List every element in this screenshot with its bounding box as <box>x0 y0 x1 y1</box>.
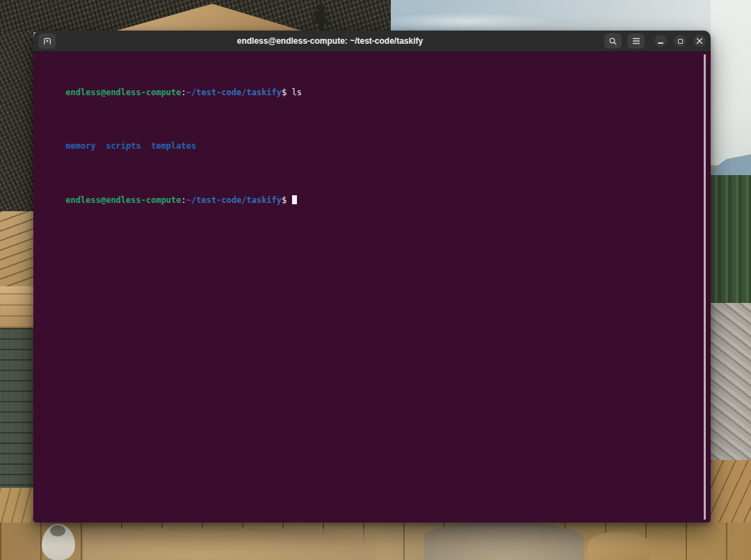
prompt-path: ~/test-code/taskify <box>186 195 282 205</box>
dir-gap <box>141 141 151 151</box>
search-icon <box>608 37 617 46</box>
dir-entry-templates: templates <box>151 141 196 151</box>
dir-entry-scripts: scripts <box>106 141 141 151</box>
maximize-button[interactable] <box>674 35 686 47</box>
new-tab-button[interactable] <box>38 33 56 49</box>
close-icon <box>696 38 703 44</box>
background-left-wood-beam <box>0 286 33 328</box>
hamburger-menu-icon <box>632 38 640 44</box>
titlebar-tool-buttons <box>604 33 645 49</box>
prompt-colon: : <box>181 88 186 97</box>
window-title: endless@endless-compute: ~/test-code/tas… <box>61 36 599 46</box>
background-left-twigs <box>0 32 33 211</box>
menu-button[interactable] <box>627 33 645 49</box>
terminal-line-ls-output: memory scripts templates <box>35 131 701 163</box>
dir-entry-memory: memory <box>65 141 95 151</box>
maximize-icon <box>678 39 683 44</box>
minimize-button[interactable] <box>654 35 667 47</box>
new-tab-icon <box>42 36 52 46</box>
titlebar-controls <box>604 33 706 49</box>
prompt-user-host: endless@endless-compute <box>65 88 181 97</box>
close-button[interactable] <box>693 35 706 47</box>
background-left-green-shingles <box>0 328 33 488</box>
prompt-path: ~/test-code/taskify <box>186 88 282 97</box>
terminal-screen[interactable]: endless@endless-compute:~/test-code/task… <box>33 52 711 522</box>
prompt-colon: : <box>181 195 186 205</box>
background-smooth-rock <box>588 532 650 560</box>
search-button[interactable] <box>604 33 622 49</box>
prompt-user-host: endless@endless-compute <box>65 195 181 205</box>
background-sand <box>83 528 376 560</box>
prompt-dollar: $ <box>282 195 291 205</box>
minimize-icon <box>658 42 663 44</box>
background-right-sky <box>711 0 751 165</box>
background-boulder <box>424 522 584 560</box>
terminal-window: endless@endless-compute: ~/test-code/tas… <box>33 31 711 522</box>
terminal-line-active-prompt: endless@endless-compute:~/test-code/task… <box>35 184 701 217</box>
command-text: ls <box>292 88 302 97</box>
dir-gap <box>96 141 106 151</box>
background-right-forest <box>711 175 751 303</box>
terminal-cursor <box>292 195 297 204</box>
titlebar[interactable]: endless@endless-compute: ~/test-code/tas… <box>33 31 711 52</box>
terminal-line-prompt-ls: endless@endless-compute:~/test-code/task… <box>35 76 701 109</box>
background-left-shingles <box>0 211 33 286</box>
background-cloud <box>376 13 556 31</box>
background-right-rock-slope <box>711 303 751 460</box>
scrollbar[interactable] <box>704 54 706 520</box>
background-bird-head <box>50 525 65 536</box>
prompt-dollar: $ <box>282 88 291 97</box>
